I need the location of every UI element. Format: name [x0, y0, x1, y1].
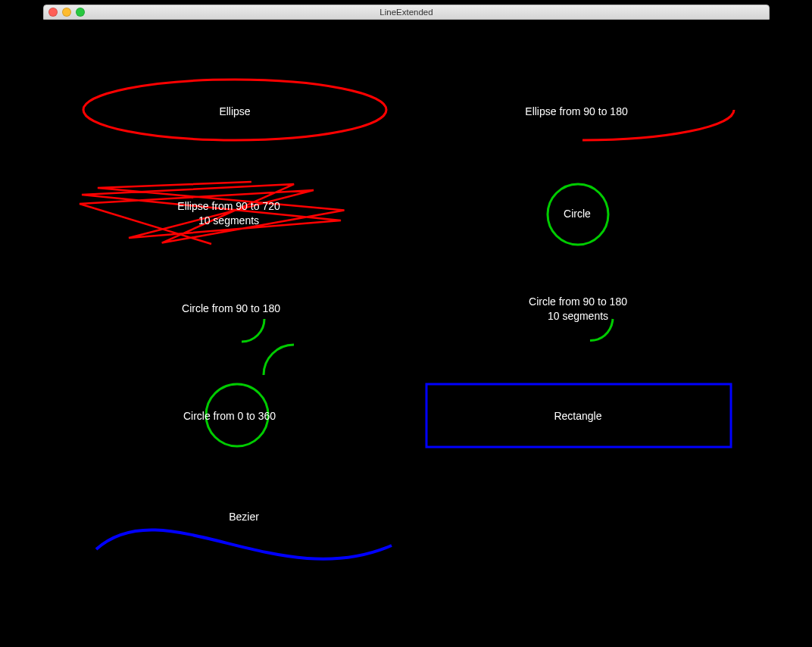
app-frame: LineExtended Ellipse Ellipse from 90 to … — [0, 0, 812, 647]
minimize-icon[interactable] — [62, 8, 71, 17]
window-title: LineExtended — [44, 8, 769, 17]
close-icon[interactable] — [48, 8, 58, 17]
circle-arc-seg-label: Circle from 90 to 180 10 segments — [529, 295, 627, 324]
ellipse-label: Ellipse — [219, 105, 250, 119]
circle-arc-visual — [220, 302, 281, 363]
maximize-icon[interactable] — [76, 8, 85, 17]
bezier-label: Bezier — [229, 510, 259, 524]
ellipse-arc-label: Ellipse from 90 to 180 — [525, 105, 627, 119]
graphics-canvas: Ellipse Ellipse from 90 to 180 Ellipse f… — [43, 19, 768, 593]
traffic-lights — [48, 8, 85, 17]
circle-label: Circle — [564, 207, 591, 221]
ellipse-seg-label: Ellipse from 90 to 720 10 segments — [177, 199, 280, 228]
window-titlebar[interactable]: LineExtended — [43, 5, 770, 20]
circle-full-label: Circle from 0 to 360 — [183, 409, 276, 424]
rectangle-label: Rectangle — [554, 409, 601, 424]
